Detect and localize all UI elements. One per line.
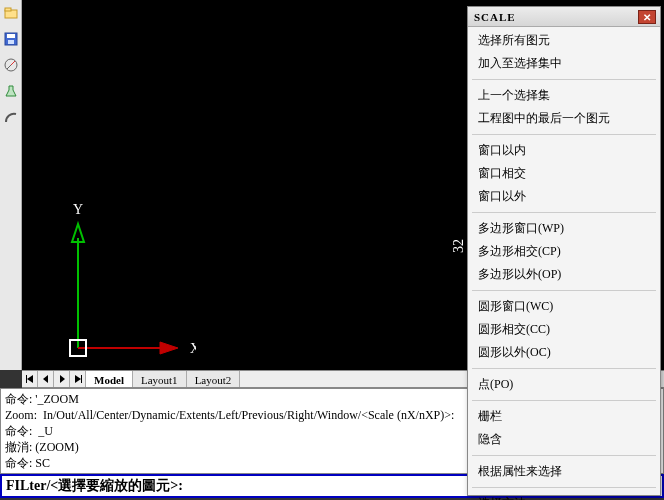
menu-select-all[interactable]: 选择所有图元 bbox=[468, 29, 660, 52]
menu-wpolygon[interactable]: 多边形窗口(WP) bbox=[468, 217, 660, 240]
context-menu-body: 选择所有图元 加入至选择集中 上一个选择集 工程图中的最后一个图元 窗口以内 窗… bbox=[468, 27, 660, 500]
menu-opolygon[interactable]: 多边形以外(OP) bbox=[468, 263, 660, 286]
dimension-text: 32 bbox=[451, 239, 467, 253]
svg-text:Y: Y bbox=[73, 202, 83, 217]
tab-nav-first[interactable] bbox=[22, 371, 38, 387]
left-toolbar bbox=[0, 0, 22, 370]
svg-rect-20 bbox=[81, 375, 82, 383]
menu-implied[interactable]: 隐含 bbox=[468, 428, 660, 451]
arc-icon[interactable] bbox=[0, 104, 22, 130]
ucs-icon: Y X bbox=[56, 198, 196, 368]
menu-window-outside[interactable]: 窗口以外 bbox=[468, 185, 660, 208]
tab-nav-prev[interactable] bbox=[38, 371, 54, 387]
close-icon[interactable]: ✕ bbox=[638, 10, 656, 24]
scale-context-menu: SCALE ✕ 选择所有图元 加入至选择集中 上一个选择集 工程图中的最后一个图… bbox=[467, 6, 661, 496]
menu-ccircle[interactable]: 圆形相交(CC) bbox=[468, 318, 660, 341]
svg-marker-15 bbox=[27, 375, 33, 383]
svg-marker-17 bbox=[43, 375, 48, 383]
svg-line-6 bbox=[11, 61, 15, 65]
tab-model[interactable]: Model bbox=[86, 371, 133, 387]
compass-icon[interactable] bbox=[0, 52, 22, 78]
svg-rect-4 bbox=[8, 40, 14, 44]
svg-rect-16 bbox=[26, 375, 27, 383]
command-log-line: 命令: _U bbox=[5, 424, 53, 438]
svg-text:X: X bbox=[190, 341, 196, 356]
svg-line-7 bbox=[7, 65, 11, 69]
svg-marker-18 bbox=[60, 375, 65, 383]
command-log-line: Zoom: In/Out/All/Center/Dynamic/Extents/… bbox=[5, 408, 454, 422]
tab-layout2[interactable]: Layout2 bbox=[187, 371, 241, 387]
menu-wcircle[interactable]: 圆形窗口(WC) bbox=[468, 295, 660, 318]
svg-rect-1 bbox=[5, 8, 11, 11]
tab-nav-last[interactable] bbox=[70, 371, 86, 387]
menu-separator bbox=[472, 400, 656, 401]
menu-separator bbox=[472, 455, 656, 456]
menu-last-entity[interactable]: 工程图中的最后一个图元 bbox=[468, 107, 660, 130]
menu-add-to-selection[interactable]: 加入至选择集中 bbox=[468, 52, 660, 75]
command-log-line: 撤消: (ZOOM) bbox=[5, 440, 79, 454]
command-prompt-text: FILter/<選擇要縮放的圖元>: bbox=[6, 477, 183, 495]
save-icon[interactable] bbox=[0, 26, 22, 52]
menu-previous-set[interactable]: 上一个选择集 bbox=[468, 84, 660, 107]
menu-selection-method[interactable]: 选择方法... bbox=[468, 492, 660, 500]
tab-layout1[interactable]: Layout1 bbox=[133, 371, 187, 387]
menu-by-properties[interactable]: 根据属性来选择 bbox=[468, 460, 660, 483]
command-log-line: 命令: '_ZOOM bbox=[5, 392, 79, 406]
context-menu-titlebar: SCALE ✕ bbox=[468, 7, 660, 27]
menu-ocircle[interactable]: 圆形以外(OC) bbox=[468, 341, 660, 364]
svg-marker-12 bbox=[160, 342, 178, 354]
menu-cpolygon[interactable]: 多边形相交(CP) bbox=[468, 240, 660, 263]
svg-marker-19 bbox=[75, 375, 81, 383]
menu-window-crossing[interactable]: 窗口相交 bbox=[468, 162, 660, 185]
menu-point[interactable]: 点(PO) bbox=[468, 373, 660, 396]
flask-icon[interactable] bbox=[0, 78, 22, 104]
menu-separator bbox=[472, 487, 656, 488]
context-menu-title: SCALE bbox=[474, 11, 638, 23]
menu-separator bbox=[472, 79, 656, 80]
menu-separator bbox=[472, 212, 656, 213]
menu-separator bbox=[472, 368, 656, 369]
folder-icon[interactable] bbox=[0, 0, 22, 26]
menu-separator bbox=[472, 290, 656, 291]
tab-nav-next[interactable] bbox=[54, 371, 70, 387]
menu-fence[interactable]: 栅栏 bbox=[468, 405, 660, 428]
command-log-line: 命令: SC bbox=[5, 456, 50, 470]
svg-rect-3 bbox=[7, 34, 15, 38]
menu-window-inside[interactable]: 窗口以内 bbox=[468, 139, 660, 162]
menu-separator bbox=[472, 134, 656, 135]
